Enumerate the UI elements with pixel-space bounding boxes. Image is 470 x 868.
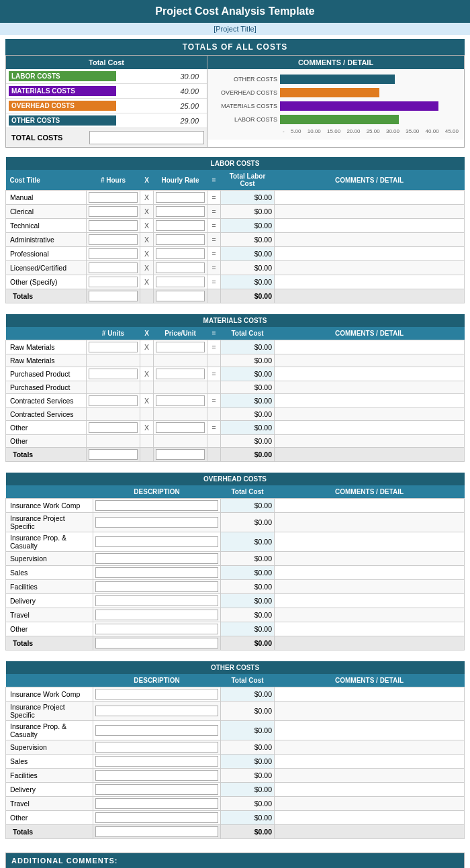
labor-hours-input-cell[interactable] [87,261,140,275]
simple-comments[interactable] [275,594,465,608]
simple-desc-cell[interactable] [93,552,221,566]
simple-desc-cell[interactable] [93,702,221,721]
simple-comments[interactable] [275,608,465,622]
simple-desc-input[interactable] [95,500,218,511]
labor-totals-rate-input[interactable] [156,291,205,301]
simple-desc-cell[interactable] [93,566,221,580]
labor-hours-input[interactable] [89,248,138,259]
simple-desc-input[interactable] [95,756,218,767]
simple-desc-cell[interactable] [93,608,221,622]
simple-comments[interactable] [275,702,465,721]
simple-desc-input[interactable] [95,742,218,753]
labor-rate-input-cell[interactable] [154,261,207,275]
mat-totals-price-input[interactable] [156,449,205,460]
simple-desc-cell[interactable] [93,532,221,552]
mat-units-input[interactable] [89,395,138,406]
mat-units-input-cell[interactable] [87,421,140,435]
labor-totals-rate-cell[interactable] [154,289,207,303]
simple-desc-cell[interactable] [93,769,221,783]
simple-totals-input-cell[interactable] [93,636,221,650]
labor-rate-input[interactable] [156,262,205,273]
labor-rate-input[interactable] [156,234,205,245]
mat-price-input[interactable] [156,422,205,433]
labor-comments[interactable] [275,205,465,219]
labor-rate-input-cell[interactable] [154,233,207,247]
labor-comments[interactable] [275,219,465,233]
mat-comments[interactable] [275,340,465,354]
simple-desc-input[interactable] [95,624,218,634]
labor-hours-input[interactable] [89,262,138,273]
simple-comments[interactable] [275,622,465,636]
simple-desc-cell[interactable] [93,622,221,636]
labor-rate-input[interactable] [156,206,205,217]
mat-units-input-cell[interactable] [87,367,140,381]
simple-desc-input[interactable] [95,798,218,809]
simple-comments[interactable] [275,740,465,755]
simple-desc-input[interactable] [95,553,218,564]
labor-rate-input[interactable] [156,220,205,231]
labor-rate-input-cell[interactable] [154,191,207,205]
labor-hours-input-cell[interactable] [87,219,140,233]
labor-comments[interactable] [275,261,465,275]
labor-hours-input[interactable] [89,206,138,217]
labor-rate-input[interactable] [156,248,205,259]
simple-desc-input[interactable] [95,770,218,781]
mat-comments[interactable] [275,381,465,394]
simple-desc-input[interactable] [95,689,218,700]
simple-totals-comments[interactable] [275,636,465,650]
mat-price-input-cell[interactable] [154,421,207,435]
labor-hours-input-cell[interactable] [87,275,140,289]
simple-comments[interactable] [275,687,465,702]
labor-hours-input[interactable] [89,234,138,245]
mat-comments[interactable] [275,408,465,421]
labor-rate-input-cell[interactable] [154,275,207,289]
mat-price-input-cell[interactable] [154,340,207,354]
simple-desc-cell[interactable] [93,687,221,702]
simple-comments[interactable] [275,755,465,769]
mat-units-input[interactable] [89,369,138,379]
simple-totals-input[interactable] [95,826,218,837]
labor-hours-input-cell[interactable] [87,233,140,247]
simple-desc-cell[interactable] [93,740,221,755]
labor-totals-comments[interactable] [275,289,465,303]
labor-hours-input-cell[interactable] [87,205,140,219]
simple-comments[interactable] [275,811,465,825]
mat-totals-input[interactable] [89,449,138,460]
mat-price-input[interactable] [156,342,205,352]
simple-desc-cell[interactable] [93,513,221,532]
simple-desc-input[interactable] [95,567,218,578]
simple-comments[interactable] [275,566,465,580]
simple-comments[interactable] [275,532,465,552]
simple-desc-input[interactable] [95,812,218,823]
simple-desc-input[interactable] [95,706,218,716]
labor-hours-input-cell[interactable] [87,247,140,261]
simple-comments[interactable] [275,721,465,740]
simple-desc-input[interactable] [95,595,218,606]
labor-rate-input[interactable] [156,277,205,287]
labor-hours-input-cell[interactable] [87,191,140,205]
labor-rate-input-cell[interactable] [154,219,207,233]
mat-price-input-cell[interactable] [154,394,207,408]
labor-hours-input[interactable] [89,277,138,287]
labor-rate-input[interactable] [156,192,205,203]
mat-price-input-cell[interactable] [154,367,207,381]
simple-desc-input[interactable] [95,610,218,620]
mat-price-input[interactable] [156,369,205,379]
mat-price-input[interactable] [156,395,205,406]
simple-comments[interactable] [275,580,465,594]
mat-comments[interactable] [275,435,465,448]
simple-desc-cell[interactable] [93,811,221,825]
simple-comments[interactable] [275,499,465,513]
simple-totals-input[interactable] [95,638,218,648]
simple-desc-input[interactable] [95,725,218,736]
mat-units-input[interactable] [89,342,138,352]
mat-comments[interactable] [275,394,465,408]
simple-desc-cell[interactable] [93,797,221,811]
mat-comments[interactable] [275,354,465,367]
labor-hours-input[interactable] [89,220,138,231]
labor-comments[interactable] [275,191,465,205]
simple-comments[interactable] [275,513,465,532]
simple-comments[interactable] [275,552,465,566]
labor-totals-input-cell[interactable] [87,289,140,303]
labor-rate-input-cell[interactable] [154,247,207,261]
